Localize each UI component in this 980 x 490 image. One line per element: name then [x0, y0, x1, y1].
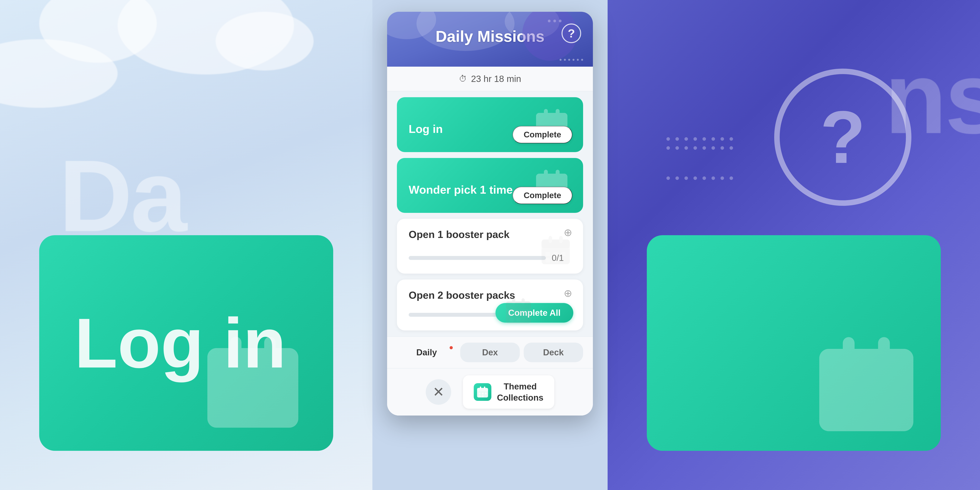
help-icon: ?	[568, 27, 575, 40]
themed-collections-icon	[474, 383, 492, 401]
mission-title-open-2: Open 2 booster packs	[409, 289, 571, 301]
svg-rect-14	[859, 390, 873, 404]
svg-rect-53	[517, 318, 520, 322]
svg-rect-55	[477, 388, 488, 391]
svg-rect-43	[546, 258, 550, 262]
svg-rect-47	[512, 298, 515, 305]
mission-icon-open-1	[538, 232, 573, 268]
mission-card-login: Log in Complete	[397, 97, 583, 152]
bg-question-circle: ?	[774, 68, 912, 206]
bg-card-right	[647, 235, 941, 451]
svg-rect-41	[554, 252, 558, 256]
svg-rect-60	[485, 393, 487, 395]
timer-bar: ⏱ 23 hr 18 min	[387, 67, 593, 91]
svg-rect-6	[271, 388, 285, 402]
svg-rect-37	[541, 240, 570, 248]
svg-rect-4	[221, 388, 235, 402]
complete-badge-wonder-pick[interactable]: Complete	[512, 187, 572, 204]
header-dots-bottom	[560, 59, 583, 61]
progress-bar-bg-open-1	[409, 256, 546, 260]
svg-rect-57	[484, 387, 485, 389]
close-icon: ✕	[433, 384, 444, 400]
svg-rect-2	[230, 337, 242, 360]
svg-rect-49	[510, 312, 513, 316]
svg-rect-56	[480, 387, 481, 389]
svg-rect-28	[536, 173, 568, 183]
tab-bar: Daily Dex Deck	[387, 336, 593, 368]
svg-rect-16	[834, 411, 848, 425]
modal-overlay: Daily Missions ? ⏱ 23 hr 18 min Log in	[372, 0, 608, 490]
bg-card-right-icon	[808, 325, 925, 443]
svg-rect-38	[549, 236, 552, 243]
svg-rect-7	[221, 408, 235, 422]
background-left: Da Log in	[0, 0, 372, 490]
svg-rect-52	[510, 318, 513, 322]
dots-grid-1	[667, 137, 733, 150]
svg-rect-42	[562, 252, 566, 256]
mission-card-open-2: Open 2 booster packs ⊕ 0/2 Complete All	[397, 280, 583, 331]
tab-deck-label: Deck	[543, 347, 564, 357]
svg-rect-12	[878, 337, 890, 361]
dots-grid-2	[667, 177, 733, 180]
svg-rect-58	[479, 393, 480, 395]
svg-rect-11	[843, 337, 854, 361]
svg-rect-5	[246, 388, 260, 402]
tab-daily[interactable]: Daily	[397, 343, 456, 362]
missions-list: Log in Complete	[387, 91, 593, 336]
mission-card-open-1: Open 1 booster pack ⊕ 0/1	[397, 219, 583, 274]
tab-dex[interactable]: Dex	[460, 343, 520, 362]
svg-rect-46	[506, 301, 531, 309]
svg-rect-59	[482, 393, 484, 395]
tab-dex-label: Dex	[482, 347, 498, 357]
svg-rect-13	[834, 390, 848, 404]
complete-badge-login[interactable]: Complete	[512, 126, 572, 143]
svg-rect-10	[819, 349, 913, 378]
help-button[interactable]: ?	[562, 24, 581, 43]
bottom-bar: ✕ ThemedCollections	[387, 368, 593, 415]
svg-rect-30	[556, 170, 560, 178]
svg-rect-3	[264, 337, 275, 360]
tab-daily-notification	[450, 346, 453, 349]
bg-question-mark: ?	[820, 100, 865, 175]
zoom-icon-open-2: ⊕	[564, 287, 572, 299]
svg-rect-21	[556, 109, 560, 117]
svg-rect-44	[554, 258, 558, 262]
mission-card-wonder-pick: Wonder pick 1 time Complete	[397, 158, 583, 213]
close-button[interactable]: ✕	[426, 379, 451, 405]
svg-rect-17	[859, 411, 873, 425]
svg-rect-20	[544, 109, 548, 117]
svg-rect-51	[523, 312, 527, 316]
svg-rect-50	[517, 312, 520, 316]
modal-header: Daily Missions ?	[387, 12, 593, 67]
svg-rect-1	[207, 348, 298, 377]
mission-icon-open-2	[503, 295, 534, 326]
svg-rect-48	[522, 298, 525, 305]
bg-card-left-icon	[196, 325, 310, 439]
svg-rect-29	[544, 170, 548, 178]
themed-collections-button[interactable]: ThemedCollections	[463, 375, 554, 409]
modal: Daily Missions ? ⏱ 23 hr 18 min Log in	[387, 12, 593, 415]
svg-rect-61	[479, 396, 480, 397]
svg-rect-62	[482, 396, 484, 397]
svg-rect-40	[546, 252, 550, 256]
themed-collections-label: ThemedCollections	[497, 381, 543, 403]
svg-rect-19	[536, 113, 568, 123]
svg-rect-39	[559, 236, 563, 243]
svg-rect-8	[246, 408, 260, 422]
tab-daily-label: Daily	[416, 347, 437, 357]
timer-text: 23 hr 18 min	[471, 73, 521, 84]
background-right: ns ?	[608, 0, 980, 490]
bg-card-left: Log in	[39, 235, 333, 451]
timer-icon: ⏱	[459, 74, 467, 83]
svg-rect-15	[885, 390, 899, 404]
tab-deck[interactable]: Deck	[524, 343, 583, 362]
